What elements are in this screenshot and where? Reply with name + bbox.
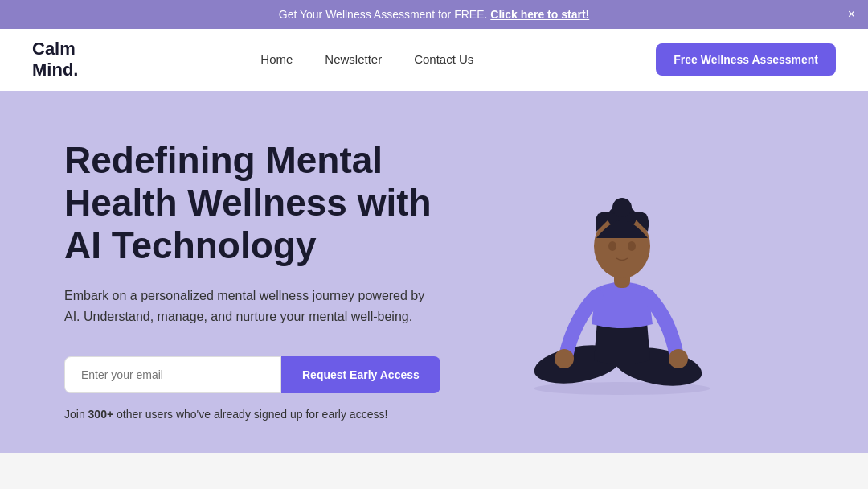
bottom-section: How Does It Work? — [0, 453, 868, 489]
svg-point-9 — [608, 241, 616, 251]
logo[interactable]: Calm Mind. — [32, 39, 78, 81]
social-proof: Join 300+ other users who've already sig… — [64, 408, 440, 421]
request-access-button[interactable]: Request Early Access — [281, 356, 440, 393]
social-proof-count: 300+ — [88, 408, 114, 421]
top-banner: Get Your Wellness Assessment for FREE. C… — [0, 0, 868, 29]
svg-point-8 — [612, 198, 632, 217]
social-proof-before: Join — [64, 408, 88, 421]
banner-text: Get Your Wellness Assessment for FREE. C… — [279, 8, 589, 21]
svg-point-4 — [669, 349, 688, 368]
meditation-figure — [493, 151, 751, 409]
email-input[interactable] — [64, 356, 281, 393]
nav-item-newsletter[interactable]: Newsletter — [325, 52, 382, 67]
logo-line1: Calm — [32, 39, 76, 59]
svg-point-3 — [555, 349, 574, 368]
nav-links: Home Newsletter Contact Us — [260, 52, 473, 67]
hero-title: Redefining Mental Health Wellness with A… — [64, 139, 440, 267]
nav-item-contact[interactable]: Contact Us — [414, 52, 473, 67]
nav-item-home[interactable]: Home — [260, 52, 293, 67]
bottom-title: How Does It Work? — [16, 485, 852, 489]
social-proof-after: other users who've already signed up for… — [113, 408, 387, 421]
hero-content: Redefining Mental Health Wellness with A… — [64, 139, 440, 421]
nav-link-home[interactable]: Home — [260, 52, 293, 66]
nav-link-newsletter[interactable]: Newsletter — [325, 52, 382, 66]
nav-link-contact[interactable]: Contact Us — [414, 52, 473, 66]
navbar: Calm Mind. Home Newsletter Contact Us Fr… — [0, 29, 868, 91]
banner-close-button[interactable]: × — [848, 7, 855, 22]
svg-point-10 — [628, 241, 636, 251]
hero-subtitle: Embark on a personalized mental wellness… — [64, 286, 440, 327]
banner-link[interactable]: Click here to start! — [490, 8, 589, 21]
banner-text-before: Get Your Wellness Assessment for FREE. — [279, 8, 491, 21]
logo-line2: Mind. — [32, 60, 78, 80]
hero-section: Redefining Mental Health Wellness with A… — [0, 91, 868, 453]
hero-illustration — [440, 151, 804, 409]
email-form: Request Early Access — [64, 356, 440, 393]
nav-cta-button[interactable]: Free Wellness Assessment — [656, 43, 836, 76]
